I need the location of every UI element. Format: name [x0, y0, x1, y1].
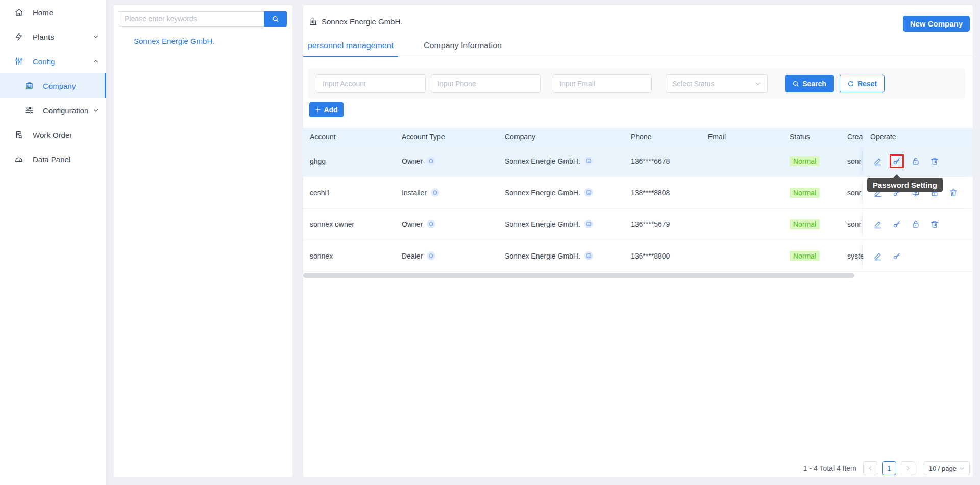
- operate-cell: Password Setting: [863, 145, 973, 176]
- company-list-panel: Sonnex Energie GmbH.: [114, 5, 292, 477]
- page-size-select[interactable]: 10 / page: [924, 461, 970, 475]
- sidebar-item-label: Work Order: [33, 131, 72, 139]
- cell-email: [708, 177, 785, 208]
- sidebar-item-configuration[interactable]: Configuration: [0, 98, 106, 122]
- chevron-down-icon: [93, 107, 99, 113]
- status-badge: Normal: [790, 219, 820, 229]
- keyword-search: [119, 11, 287, 27]
- home-icon: [14, 8, 23, 17]
- sidebar-item-label: Company: [43, 82, 76, 90]
- cell-account: ceshi1: [310, 177, 397, 208]
- sidebar-item-label: Data Panel: [33, 155, 70, 164]
- pagination: 1 - 4 Total 4 Item 1 10 / page: [803, 461, 970, 476]
- chevron-down-icon: [755, 81, 761, 87]
- data-panel-icon: [14, 155, 23, 164]
- sidebar-item-work-order[interactable]: Work Order: [0, 122, 106, 147]
- status-select-placeholder: Select Status: [672, 80, 715, 88]
- table-row[interactable]: sonnex Dealer Sonnex Energie GmbH. 136**…: [303, 240, 973, 272]
- role-badge-icon: [427, 220, 435, 228]
- cell-email: [708, 240, 785, 271]
- keyword-search-button[interactable]: [264, 11, 287, 27]
- tooltip-arrow: [893, 174, 900, 178]
- col-account-type: Account Type: [402, 128, 501, 145]
- table-row[interactable]: ghgg Owner Sonnex Energie GmbH. 136****6…: [303, 145, 973, 177]
- chevron-down-icon: [959, 466, 965, 471]
- email-filter-input[interactable]: [553, 74, 652, 93]
- col-account: Account: [310, 128, 397, 145]
- chevron-down-icon: [93, 34, 99, 40]
- col-phone: Phone: [631, 128, 705, 145]
- search-button[interactable]: Search: [785, 75, 834, 92]
- table-header: Account Account Type Company Phone Email…: [303, 128, 973, 145]
- cell-account: ghgg: [310, 145, 397, 176]
- operate-cell: [863, 240, 973, 271]
- add-button[interactable]: Add: [309, 102, 344, 117]
- config-icon: [14, 57, 23, 66]
- next-page-button[interactable]: [901, 461, 915, 475]
- phone-filter-input[interactable]: [431, 74, 541, 93]
- delete-icon[interactable]: [949, 188, 958, 197]
- operate-cell: [863, 209, 973, 240]
- chevron-up-icon: [93, 58, 99, 64]
- tab-personnel-management[interactable]: personnel management: [303, 35, 398, 57]
- work-order-icon: [14, 130, 23, 139]
- pagination-summary: 1 - 4 Total 4 Item: [803, 464, 856, 472]
- company-icon: [24, 81, 34, 90]
- sidebar-item-company[interactable]: Company: [0, 73, 106, 98]
- reset-icon: [847, 80, 854, 87]
- main-panel: Sonnex Energie GmbH. New Company personn…: [303, 5, 973, 477]
- company-badge-icon: [584, 188, 593, 197]
- horizontal-scrollbar[interactable]: [303, 273, 854, 278]
- edit-icon[interactable]: [873, 157, 883, 166]
- sidebar-item-label: Home: [33, 8, 53, 17]
- company-badge-icon: [584, 157, 593, 165]
- keyword-input[interactable]: [119, 11, 264, 27]
- lock-icon[interactable]: [911, 220, 920, 229]
- col-status: Status: [790, 128, 845, 145]
- status-badge: Normal: [790, 188, 820, 198]
- chevron-left-icon: [867, 465, 873, 471]
- cell-phone: 136****8800: [631, 240, 705, 271]
- sidebar-item-label: Configuration: [43, 106, 88, 115]
- sidebar-item-plants[interactable]: Plants: [0, 24, 106, 49]
- company-header: Sonnex Energie GmbH.: [309, 17, 402, 26]
- cell-account: sonnex owner: [310, 209, 397, 240]
- status-badge: Normal: [790, 156, 820, 166]
- tab-company-information[interactable]: Company Information: [422, 35, 504, 57]
- edit-icon[interactable]: [873, 251, 883, 261]
- edit-icon[interactable]: [873, 220, 883, 229]
- new-company-button[interactable]: New Company: [903, 16, 970, 32]
- page-number-button[interactable]: 1: [882, 461, 896, 475]
- status-filter-select[interactable]: Select Status: [666, 74, 768, 93]
- table-row[interactable]: sonnex owner Owner Sonnex Energie GmbH. …: [303, 209, 973, 240]
- delete-icon[interactable]: [930, 157, 939, 166]
- password-setting-icon[interactable]: [892, 157, 901, 166]
- filter-bar: Select Status Search Reset: [308, 68, 965, 98]
- lock-icon[interactable]: [911, 157, 920, 166]
- password-setting-icon[interactable]: [892, 220, 901, 229]
- company-tree-item[interactable]: Sonnex Energie GmbH.: [134, 37, 214, 45]
- password-setting-icon[interactable]: [892, 251, 901, 261]
- sidebar-item-config[interactable]: Config: [0, 49, 106, 73]
- cell-phone: 138****8808: [631, 177, 705, 208]
- reset-button[interactable]: Reset: [840, 75, 885, 92]
- tab-bar: personnel management Company Information: [303, 35, 973, 57]
- chevron-right-icon: [905, 465, 911, 471]
- delete-icon[interactable]: [930, 220, 939, 229]
- password-setting-tooltip: Password Setting: [867, 178, 943, 192]
- cell-phone: 136****5679: [631, 209, 705, 240]
- company-badge-icon: [584, 220, 593, 228]
- company-badge-icon: [584, 251, 593, 260]
- col-company: Company: [505, 128, 628, 145]
- cell-email: [708, 145, 785, 176]
- action-highlight-box: [890, 154, 904, 168]
- sidebar-item-data-panel[interactable]: Data Panel: [0, 147, 106, 171]
- sidebar-item-home[interactable]: Home: [0, 0, 106, 24]
- status-badge: Normal: [790, 251, 820, 261]
- search-icon: [272, 15, 279, 23]
- account-filter-input[interactable]: [316, 74, 426, 93]
- configuration-icon: [24, 106, 34, 115]
- prev-page-button[interactable]: [863, 461, 877, 475]
- personnel-table: Account Account Type Company Phone Email…: [303, 128, 973, 272]
- sidebar-item-label: Config: [33, 57, 55, 66]
